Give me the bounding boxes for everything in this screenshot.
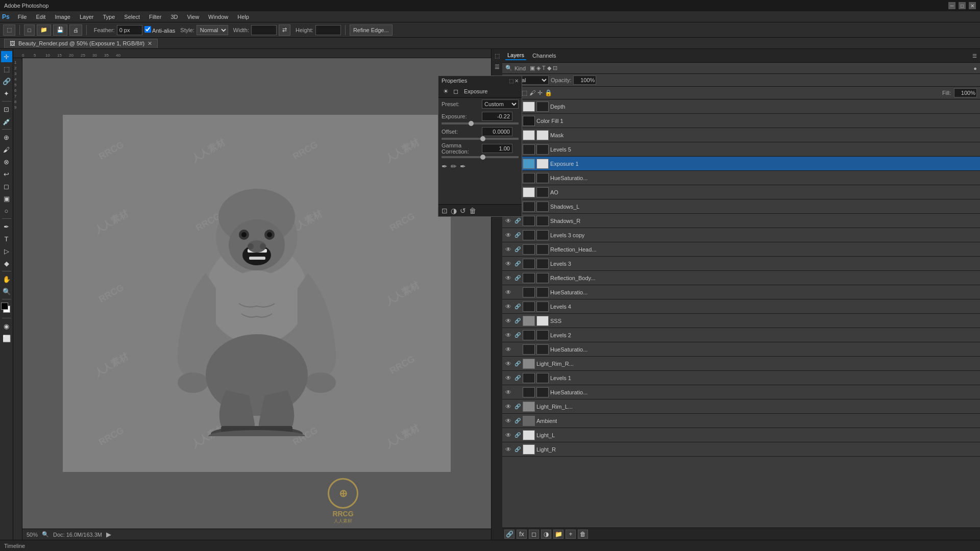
swap-wh-button[interactable]: ⇄ [279, 24, 290, 36]
layer-vis-ambient[interactable]: 👁 [504, 417, 512, 424]
anti-alias-checkbox[interactable] [144, 26, 151, 33]
strip-btn-2[interactable]: ☰ [493, 62, 502, 71]
props-mask-icon[interactable]: ◻ [452, 87, 460, 95]
fg-color-swatch[interactable] [1, 303, 8, 310]
height-input[interactable] [315, 25, 341, 35]
menu-select[interactable]: Select [120, 13, 144, 21]
props-gamma-slider[interactable] [442, 156, 519, 158]
filter-pixel-icon[interactable]: ▣ [530, 65, 535, 71]
layer-item-shadowsr[interactable]: 👁 🔗 Shadows_R [502, 214, 980, 228]
props-offset-thumb[interactable] [480, 136, 485, 141]
layer-item-shadowsl[interactable]: 👁 🔗 Shadows_L [502, 199, 980, 214]
lock-transparent-icon[interactable]: ⬚ [522, 89, 527, 96]
screen-mode-btn[interactable]: ⬜ [1, 333, 12, 344]
props-preset-select[interactable]: Custom [482, 99, 519, 109]
add-adjustment-button[interactable]: ◑ [541, 530, 551, 539]
menu-edit[interactable]: Edit [32, 13, 50, 21]
pen-tool[interactable]: ✒ [1, 221, 12, 232]
props-offset-slider[interactable] [442, 138, 519, 140]
filter-type-icon[interactable]: T [542, 65, 546, 71]
layer-item-reflectionhead[interactable]: 👁 🔗 Reflection_Head... [502, 242, 980, 257]
open-btn[interactable]: 📁 [37, 24, 51, 36]
maximize-button[interactable]: □ [959, 2, 966, 9]
menu-3d[interactable]: 3D [166, 13, 182, 21]
heal-tool[interactable]: ⊕ [1, 132, 12, 143]
menu-layer[interactable]: Layer [76, 13, 98, 21]
layer-vis-lightl[interactable]: 👁 [504, 432, 512, 439]
tab-channels[interactable]: Channels [530, 52, 558, 60]
new-layer-button[interactable]: + [566, 530, 576, 539]
lasso-tool[interactable]: 🔗 [1, 76, 12, 87]
layer-item-lightl[interactable]: 👁 🔗 Light_L [502, 428, 980, 442]
layer-vis-levels3[interactable]: 👁 [504, 260, 512, 267]
menu-view[interactable]: View [183, 13, 203, 21]
dodge-tool[interactable]: ○ [1, 205, 12, 216]
doc-tab-close-btn[interactable]: ✕ [148, 40, 152, 47]
layer-vis-sss[interactable]: 👁 [504, 317, 512, 324]
close-button[interactable]: ✕ [969, 2, 976, 9]
eyedrop-white-btn[interactable]: ✏ [451, 162, 457, 170]
layer-item-levels3copy[interactable]: 👁 🔗 Levels 3 copy [502, 228, 980, 242]
menu-image[interactable]: Image [51, 13, 75, 21]
layer-vis-lightriml[interactable]: 👁 [504, 403, 512, 410]
zoom-tool[interactable]: 🔍 [1, 286, 12, 297]
hand-tool[interactable]: ✋ [1, 273, 12, 285]
magic-wand-tool[interactable]: ✦ [1, 88, 12, 99]
eyedropper-tool[interactable]: 💉 [1, 116, 12, 127]
layer-item-depth[interactable]: 👁 Depth [502, 99, 980, 114]
layer-item-huesat3[interactable]: 👁 HueSaturatio... [502, 342, 980, 357]
props-gamma-thumb[interactable] [480, 155, 485, 160]
add-mask-button[interactable]: ◻ [529, 530, 539, 539]
props-close-btn[interactable]: ✕ [514, 78, 519, 84]
new-btn[interactable]: □ [24, 24, 35, 36]
move-tool[interactable]: ✛ [1, 51, 12, 62]
layer-vis-reflectionhead[interactable]: 👁 [504, 246, 512, 253]
layer-item-levels4[interactable]: 👁 🔗 Levels 4 [502, 299, 980, 314]
layer-vis-levels2[interactable]: 👁 [504, 332, 512, 339]
menu-filter[interactable]: Filter [145, 13, 165, 21]
layer-item-huesat2[interactable]: 👁 HueSaturatio... [502, 285, 980, 299]
layer-item-exposure1[interactable]: 👁 🔗 Exposure 1 [502, 157, 980, 171]
filter-adjustment-icon[interactable]: ◈ [536, 65, 541, 71]
layer-item-huesat4[interactable]: 👁 HueSaturatio... [502, 385, 980, 399]
add-style-button[interactable]: fx [517, 530, 527, 539]
layer-vis-lightr[interactable]: 👁 [504, 446, 512, 453]
menu-help[interactable]: Help [233, 13, 253, 21]
layer-item-lightriml[interactable]: 👁 🔗 Light_Rim_L... [502, 399, 980, 414]
layer-item-colorfill1[interactable]: 👁 Color Fill 1 [502, 114, 980, 128]
strip-btn-1[interactable]: ⬚ [493, 51, 502, 60]
layer-vis-reflectionbody[interactable]: 👁 [504, 274, 512, 282]
layer-vis-lightrimr[interactable]: 👁 [504, 360, 512, 367]
filter-shape-icon[interactable]: ◆ [547, 65, 551, 71]
gradient-tool[interactable]: ▣ [1, 193, 12, 204]
clone-tool[interactable]: ⊗ [1, 156, 12, 167]
layer-item-ao[interactable]: 👁 AO [502, 185, 980, 199]
layer-item-lightr[interactable]: 👁 🔗 Light_R [502, 442, 980, 457]
layer-item-sss[interactable]: 👁 🔗 SSS [502, 314, 980, 328]
marquee-tool[interactable]: ⬚ [1, 63, 12, 74]
props-gamma-input[interactable] [482, 144, 512, 153]
brush-tool[interactable]: 🖌 [1, 144, 12, 155]
fill-input[interactable] [954, 88, 977, 97]
refine-edge-button[interactable]: Refine Edge... [350, 24, 393, 36]
doc-tab-item[interactable]: 🖼 Beauty_Render.psd @ 50% (Exposure 1, R… [4, 39, 158, 48]
layer-vis-huesat2[interactable]: 👁 [504, 289, 512, 296]
print-btn[interactable]: 🖨 [69, 24, 82, 36]
lock-move-icon[interactable]: ✛ [537, 89, 543, 96]
layer-item-lightrimr[interactable]: 👁 🔗 Light_Rim_R... [502, 357, 980, 371]
delete-layer-button[interactable]: 🗑 [578, 530, 588, 539]
minimize-button[interactable]: ─ [948, 2, 955, 9]
props-exposure-thumb[interactable] [469, 121, 474, 126]
layer-item-ambient[interactable]: 👁 🔗 Ambient [502, 414, 980, 428]
save-btn[interactable]: 💾 [53, 24, 67, 36]
props-delete-btn[interactable]: 🗑 [469, 207, 476, 215]
eyedrop-point-btn[interactable]: ✒ [442, 162, 448, 170]
tab-layers[interactable]: Layers [505, 51, 526, 60]
props-float-btn[interactable]: ⬚ [509, 78, 513, 84]
eraser-tool[interactable]: ◻ [1, 181, 12, 192]
layer-item-reflectionbody[interactable]: 👁 🔗 Reflection_Body... [502, 271, 980, 285]
props-exposure-slider[interactable] [442, 122, 519, 124]
shape-tool[interactable]: ◆ [1, 258, 12, 269]
menu-window[interactable]: Window [204, 13, 232, 21]
props-offset-input[interactable] [482, 127, 512, 136]
